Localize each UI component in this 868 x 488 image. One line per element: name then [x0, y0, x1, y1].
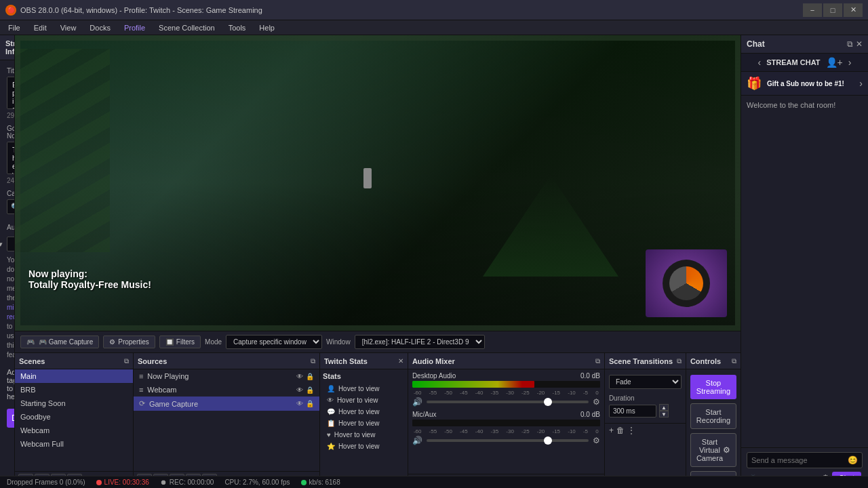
desktop-audio-settings[interactable]: ⚙	[593, 397, 600, 407]
desktop-volume-thumb[interactable]	[544, 398, 552, 406]
start-recording-button[interactable]: Start Recording	[690, 403, 736, 429]
promo-dismiss[interactable]: ›	[859, 78, 863, 89]
scene-item-webcam[interactable]: Webcam	[15, 424, 133, 437]
transition-remove-button[interactable]: 🗑	[616, 426, 625, 435]
transitions-content: Fade Duration ▲ ▼	[605, 369, 686, 423]
sources-header: Sources ⧉	[134, 353, 319, 369]
live-time: LIVE: 00:30:36	[104, 479, 149, 486]
mode-select[interactable]: Capture specific window	[226, 335, 322, 349]
app-icon: 🔴	[5, 5, 16, 16]
audio-mixer-pop-out[interactable]: ⧉	[595, 357, 600, 365]
stat-item-2[interactable]: 💬 Hover to view	[323, 406, 405, 418]
now-playing-line2: Totally Royalty-Free Music!	[28, 279, 151, 290]
stat-item-3[interactable]: 📋 Hover to view	[323, 418, 405, 429]
sources-pop-out[interactable]: ⧉	[311, 357, 315, 365]
audience-select[interactable]: Everyone	[7, 237, 15, 251]
rec-time: REC: 00:00:00	[170, 479, 214, 486]
duration-down-button[interactable]: ▼	[659, 411, 669, 418]
scenes-pop-out[interactable]: ⧉	[124, 357, 129, 365]
minimize-button[interactable]: −	[803, 3, 822, 17]
chat-icon: 💬	[327, 408, 335, 415]
mic-mute-button[interactable]: 🔊	[412, 436, 422, 445]
scene-item-brb[interactable]: BRB	[15, 383, 133, 396]
gear-icon: ⚙	[109, 338, 115, 346]
scenes-title: Scenes	[19, 357, 45, 365]
game-capture-icon: 🎮	[26, 338, 35, 346]
chat-message-input[interactable]	[751, 456, 845, 464]
controls-pop-out[interactable]: ⧉	[732, 357, 736, 365]
transitions-pop-out[interactable]: ⧉	[677, 357, 682, 365]
close-button[interactable]: ✕	[844, 3, 863, 17]
chat-prev-button[interactable]: ‹	[758, 57, 762, 68]
scene-item-webcam-full[interactable]: Webcam Full	[15, 437, 133, 451]
window-select[interactable]: [hl2.exe]: HALF-LIFE 2 - Direct3D 9	[355, 335, 485, 349]
desktop-mute-button[interactable]: 🔊	[412, 397, 422, 407]
start-virtual-camera-button[interactable]: Start Virtual Camera ⚙	[690, 433, 736, 467]
title-input[interactable]: Episode 3 - Blind Playthrough	[7, 77, 15, 109]
go-live-input[interactable]: They can count to three!	[7, 142, 15, 174]
scene-item-goodbye[interactable]: Goodbye	[15, 410, 133, 424]
duration-up-button[interactable]: ▲	[659, 404, 669, 411]
add-user-icon[interactable]: 👤+	[826, 57, 843, 68]
transitions-title: Scene Transitions	[609, 357, 673, 365]
maximize-button[interactable]: □	[823, 3, 842, 17]
menu-profile[interactable]: Profile	[121, 22, 148, 33]
sources-title: Sources	[138, 357, 167, 365]
chat-close[interactable]: ✕	[856, 39, 863, 49]
filters-button[interactable]: 🔲 Filters	[159, 336, 201, 348]
chat-emoji-button[interactable]: 😊	[848, 455, 858, 465]
dropped-frames-text: Dropped Frames 0 (0.0%)	[7, 479, 85, 486]
source-lock-button[interactable]: 🔒	[306, 386, 314, 394]
properties-button[interactable]: ⚙ Properties	[103, 336, 155, 348]
source-lock-button[interactable]: 🔒	[306, 373, 314, 380]
menu-help[interactable]: Help	[256, 22, 277, 33]
chat-pop-out[interactable]: ⧉	[847, 39, 853, 49]
source-visibility-button[interactable]: 👁	[296, 400, 303, 407]
scene-transitions-panel: Scene Transitions ⧉ Fade Duration ▲ ▼	[605, 353, 686, 488]
stop-streaming-button[interactable]: Stop Streaming	[690, 375, 736, 399]
min-req-link[interactable]: minimum requirements	[7, 304, 15, 321]
menu-edit[interactable]: Edit	[31, 22, 50, 33]
stat-item-1[interactable]: 👁 Hover to view	[323, 394, 405, 406]
go-live-label: Go Live Notification	[7, 125, 15, 140]
menu-tools[interactable]: Tools	[226, 22, 249, 33]
window-label: Window	[326, 338, 351, 346]
chat-messages-area: Welcome to the chat room!	[741, 96, 868, 447]
duration-input[interactable]	[609, 405, 656, 418]
menu-scene-collection[interactable]: Scene Collection	[156, 22, 218, 33]
mic-volume-slider[interactable]	[427, 439, 589, 442]
stats-label: Stats	[323, 372, 405, 380]
game-capture-button[interactable]: 🎮 🎮 Game Capture	[20, 336, 99, 348]
gift-icon: 🎁	[747, 76, 762, 91]
scene-item-starting-soon[interactable]: Starting Soon	[15, 396, 133, 410]
twitch-stats-content: Stats 👤 Hover to view 👁 Hover to view 💬 …	[320, 369, 408, 488]
scene-item-main[interactable]: Main	[15, 369, 133, 383]
chat-next-button[interactable]: ›	[848, 57, 852, 68]
source-visibility-button[interactable]: 👁	[296, 373, 303, 380]
source-lock-button[interactable]: 🔒	[306, 400, 314, 407]
menu-file[interactable]: File	[5, 22, 23, 33]
text-source-icon: ≡	[139, 372, 143, 380]
mic-audio-settings[interactable]: ⚙	[593, 436, 600, 445]
menu-docks[interactable]: Docks	[87, 22, 113, 33]
done-button[interactable]: Done	[7, 409, 15, 428]
source-item-game-capture[interactable]: ⟳ Game Capture 👁 🔒	[134, 396, 319, 411]
stat-item-4[interactable]: ♥ Hover to view	[323, 429, 405, 441]
source-visibility-button[interactable]: 👁	[296, 386, 303, 394]
stat-item-0[interactable]: 👤 Hover to view	[323, 383, 405, 394]
virtual-camera-settings-icon[interactable]: ⚙	[723, 445, 730, 455]
transition-add-button[interactable]: +	[609, 426, 614, 435]
mic-volume-thumb[interactable]	[544, 436, 552, 445]
source-item-now-playing[interactable]: ≡ Now Playing 👁 🔒	[134, 369, 319, 383]
desktop-volume-slider[interactable]	[427, 401, 589, 403]
kbs-text: kb/s: 6168	[309, 479, 340, 486]
source-item-webcam[interactable]: ≡ Webcam 👁 🔒	[134, 383, 319, 396]
menu-view[interactable]: View	[58, 22, 79, 33]
transitions-header: Scene Transitions ⧉	[605, 353, 686, 369]
transition-type-select[interactable]: Fade	[609, 375, 682, 389]
transition-more-button[interactable]: ⋮	[627, 426, 635, 435]
stream-chat-label: STREAM CHAT	[766, 58, 820, 66]
stat-item-5[interactable]: ⭐ Hover to view	[323, 441, 405, 452]
twitch-stats-close[interactable]: ✕	[398, 357, 403, 365]
chevron-down-icon: ▾	[0, 240, 3, 249]
